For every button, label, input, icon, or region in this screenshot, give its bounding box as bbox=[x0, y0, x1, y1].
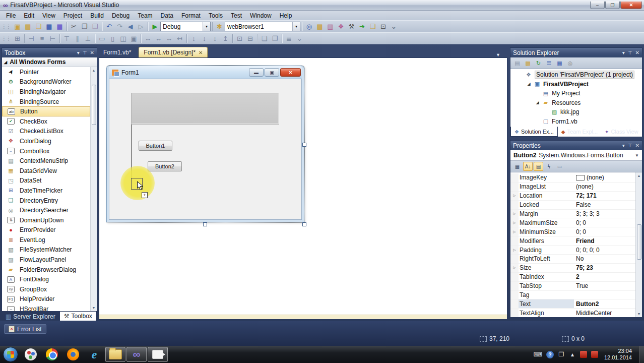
form-close-button[interactable]: ✕ bbox=[280, 68, 301, 77]
auto-hide-pin-icon[interactable]: ⊤ bbox=[628, 50, 632, 55]
cut-icon[interactable]: ✂ bbox=[69, 22, 79, 32]
show-desktop-button[interactable] bbox=[639, 346, 644, 363]
resize-handle-right[interactable] bbox=[302, 143, 306, 147]
minimize-button[interactable]: – bbox=[590, 2, 605, 9]
find-symbol-icon[interactable]: ✱ bbox=[214, 22, 225, 32]
toolbox-item[interactable]: ☑ CheckedListBox bbox=[2, 127, 90, 137]
expander-icon[interactable]: ▷ bbox=[510, 246, 519, 254]
new-web-icon[interactable]: ❖ bbox=[336, 22, 346, 32]
toolbox-item[interactable]: ▦ DataGridView bbox=[2, 166, 90, 176]
ie-taskbar-icon[interactable]: e bbox=[84, 347, 104, 362]
panel-tab[interactable]: ❖ Solution Ex... bbox=[510, 127, 558, 137]
property-value[interactable]: False bbox=[574, 201, 635, 208]
menu-item[interactable]: Team bbox=[134, 11, 156, 20]
expander-icon[interactable]: ▷ bbox=[510, 192, 519, 200]
recorder-taskbar-icon[interactable] bbox=[148, 347, 168, 362]
expander-icon[interactable]: ▷ bbox=[510, 218, 519, 227]
property-row[interactable]: ▷ Size 75; 23 bbox=[510, 264, 635, 273]
property-row[interactable]: TabIndex 2 bbox=[510, 273, 635, 282]
toolbar-grip[interactable]: ⋮⋮ bbox=[0, 36, 12, 41]
chevron-down-icon[interactable]: ▾ bbox=[203, 22, 210, 31]
panel-tab[interactable]: ✦ Class View bbox=[601, 127, 642, 137]
navigate-forward-icon[interactable]: ▷ bbox=[136, 22, 146, 32]
toolbox-item[interactable]: ◳ DataSet bbox=[2, 176, 90, 186]
property-row[interactable]: Tag bbox=[510, 291, 635, 300]
property-row[interactable]: ▷ MinimumSize 0; 0 bbox=[510, 227, 635, 236]
show-all-files-icon[interactable]: ▩ bbox=[523, 58, 533, 68]
auto-hide-pin-icon[interactable]: ⊤ bbox=[83, 50, 87, 55]
alphabetical-icon[interactable]: A↓ bbox=[523, 162, 533, 171]
customize-tools-icon[interactable]: ⚒ bbox=[346, 22, 357, 32]
chevron-down-icon[interactable]: ▼ bbox=[633, 153, 641, 158]
menu-item[interactable]: Test bbox=[227, 11, 246, 20]
expander-icon[interactable] bbox=[510, 173, 519, 182]
help-tray-icon[interactable]: ? bbox=[546, 351, 554, 358]
button2-control[interactable]: Button2 bbox=[148, 161, 182, 171]
document-tab[interactable]: Form1.vb [Design]* ✕ bbox=[139, 47, 208, 57]
menu-item[interactable]: Build bbox=[86, 11, 108, 20]
menu-item[interactable]: Format bbox=[177, 11, 205, 20]
menu-item[interactable]: Edit bbox=[20, 11, 38, 20]
window-tray-icon[interactable]: ❐ bbox=[558, 351, 565, 358]
property-row[interactable]: TabStop True bbox=[510, 282, 635, 291]
recorder-tray-icon[interactable] bbox=[580, 351, 587, 358]
property-row[interactable]: RightToLeft No bbox=[510, 255, 635, 264]
chevron-down-icon[interactable]: ▾ bbox=[292, 22, 300, 31]
start-button[interactable] bbox=[3, 347, 18, 362]
view-code-icon[interactable]: ☰ bbox=[544, 58, 554, 68]
form-titlebar[interactable]: Form1 ▬ ▣ ✕ bbox=[109, 66, 302, 79]
document-tab[interactable]: Form1.vb* bbox=[99, 47, 139, 57]
property-value[interactable]: MiddleCenter bbox=[574, 310, 635, 317]
refresh-icon[interactable]: ↻ bbox=[534, 58, 543, 68]
form-client-area[interactable]: Button1 Button2 + bbox=[109, 79, 302, 220]
form-maximize-button[interactable]: ▣ bbox=[265, 68, 279, 77]
toolbox-item[interactable]: ❏ DirectoryEntry bbox=[2, 196, 90, 206]
toolbox-item[interactable]: ▧ FileSystemWatcher bbox=[2, 245, 90, 255]
menu-item[interactable]: Help bbox=[276, 11, 296, 20]
toolbox-item[interactable]: ⇔ HScrollBar bbox=[2, 304, 90, 311]
tree-row[interactable]: ◢ ▰ Resources bbox=[510, 98, 642, 108]
designed-form[interactable]: Form1 ▬ ▣ ✕ Button1 Button2 bbox=[106, 66, 304, 222]
property-value[interactable]: 0; 0 bbox=[574, 228, 635, 235]
expander-icon[interactable] bbox=[510, 291, 519, 299]
properties-scrollbar[interactable]: ▲ ▼ bbox=[635, 172, 642, 317]
expander-icon[interactable] bbox=[510, 201, 519, 209]
add-reference-icon[interactable]: ▥ bbox=[325, 22, 336, 32]
new-project-icon[interactable]: ▣ bbox=[12, 22, 23, 32]
menu-item[interactable]: View bbox=[38, 11, 59, 20]
expander-icon[interactable]: ▷ bbox=[510, 227, 519, 236]
designer-surface[interactable]: Form1 ▬ ▣ ✕ Button1 Button2 bbox=[99, 57, 507, 320]
close-icon[interactable]: ✕ bbox=[90, 50, 94, 55]
property-row[interactable]: Modifiers Friend bbox=[510, 236, 635, 246]
paste-icon[interactable]: ❒ bbox=[90, 22, 100, 32]
property-row[interactable]: ▷ Padding 0; 0; 0; 0 bbox=[510, 246, 635, 255]
add-new-item-icon[interactable]: ▤ bbox=[23, 22, 33, 32]
toolbar-overflow-icon[interactable]: ⌄ bbox=[389, 22, 399, 32]
tree-row[interactable]: ▢ Form1.vb bbox=[510, 117, 642, 127]
property-value[interactable]: Friend bbox=[574, 237, 635, 245]
toolbox-item[interactable]: ≡ ComboBox bbox=[2, 146, 90, 156]
toolbox-item[interactable]: F1 HelpProvider bbox=[2, 294, 90, 305]
save-all-icon[interactable]: ▦ bbox=[54, 22, 65, 32]
form-minimize-button[interactable]: ▬ bbox=[249, 68, 264, 77]
menu-item[interactable]: Data bbox=[157, 11, 177, 20]
scrollbar-thumb[interactable] bbox=[637, 224, 641, 260]
expander-icon[interactable] bbox=[510, 299, 519, 308]
toolbox-item[interactable]: ✔ CheckBox bbox=[2, 116, 90, 127]
property-row[interactable]: Text Button2 bbox=[510, 299, 635, 309]
close-icon[interactable]: ✕ bbox=[635, 50, 639, 55]
expander-icon[interactable] bbox=[510, 255, 519, 263]
capture-tray-icon[interactable] bbox=[591, 351, 598, 358]
property-value[interactable]: No bbox=[574, 255, 635, 262]
find-combo[interactable]: webBrowser1 ▾ bbox=[225, 22, 300, 31]
expander-icon[interactable]: ▷ bbox=[510, 210, 519, 218]
toolbox-item[interactable]: A FontDialog bbox=[2, 274, 90, 284]
expander-icon[interactable] bbox=[510, 183, 519, 191]
toolbar-grip[interactable]: ⋮⋮ bbox=[0, 24, 12, 29]
panel-tab[interactable]: ▥ Server Explorer bbox=[2, 312, 59, 322]
close-tab-icon[interactable]: ✕ bbox=[199, 50, 203, 55]
window-position-icon[interactable]: ▾ bbox=[622, 50, 625, 55]
undo-icon[interactable]: ↶ bbox=[104, 22, 114, 32]
menu-item[interactable]: Project bbox=[59, 11, 86, 20]
scroll-down-icon[interactable]: ▼ bbox=[92, 305, 96, 311]
